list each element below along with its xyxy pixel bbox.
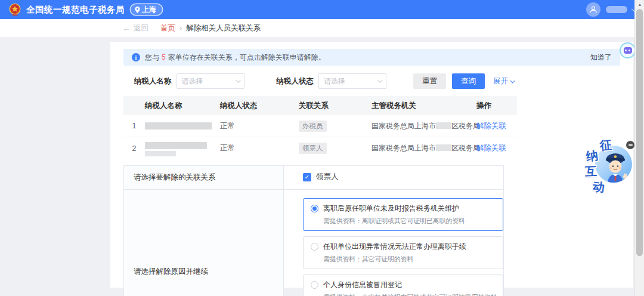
widget-char: 互 xyxy=(585,164,597,180)
banner-text-suffix: 家单位存在关联关系，可点击解除关联申请解除。 xyxy=(168,53,326,63)
taxpayer-status-select[interactable]: 请选择 xyxy=(318,73,386,89)
relation-checkbox-label: 领票人 xyxy=(316,172,339,182)
user-avatar[interactable] xyxy=(586,2,600,17)
banner-text-prefix: 您与 xyxy=(145,53,159,63)
taxpayer-status: 正常 xyxy=(220,121,299,131)
username-redacted[interactable] xyxy=(606,6,627,13)
taxpayer-name-label: 纳税人名称 xyxy=(134,76,172,87)
back-button[interactable]: 返回 xyxy=(122,23,148,33)
table-row: 2 正常 领票人 国家税务总局上海市区税务局 解除关联 xyxy=(123,137,517,159)
back-label: 返回 xyxy=(134,23,148,33)
relation-count: 5 xyxy=(162,53,166,61)
reason-select-label: 请选择解除原因并继续 xyxy=(124,190,284,296)
reason-options: 离职后原任职单位未及时报告税务机关维护 需提供资料：离职证明或其它可证明已离职的… xyxy=(303,196,503,296)
taxpayer-name-redacted xyxy=(145,142,207,149)
ai-assistant-button[interactable] xyxy=(620,42,636,58)
chevron-down-icon xyxy=(236,78,240,82)
filter-buttons: 重置 查询 展开 xyxy=(413,73,514,89)
filter-row: 纳税人名称 请选择 纳税人状态 请选择 重置 查询 展开 xyxy=(134,73,514,89)
row-index: 1 xyxy=(123,122,145,130)
taxpayer-name-redacted xyxy=(145,122,212,130)
reason-select-row: 请选择解除原因并继续 离职后原任职单位未及时报告税务机关维护 需提供资料：离职证… xyxy=(124,189,503,296)
unbind-detail-panel: 请选择要解除的关联关系 领票人 请选择解除原因并继续 离职后原任职单位未及时报告… xyxy=(123,165,504,296)
location-label: 上海 xyxy=(142,5,156,15)
col-taxpayer-status: 纳税人状态 xyxy=(220,101,299,111)
page-title: 解除相关人员关联关系 xyxy=(186,23,261,33)
relations-table: 纳税人名称 纳税人状态 关联关系 主管税务机关 操作 1 正常 办税员 国家税务… xyxy=(123,96,517,159)
reason-desc: 需提供资料：离职证明或其它可证明已离职的资料 xyxy=(323,217,465,226)
breadcrumb-home[interactable]: 首页 xyxy=(160,23,175,33)
tax-authority: 国家税务总局上海市区税务局 xyxy=(371,143,476,153)
reason-title: 任职单位出现异常情况无法正常办理离职手续 xyxy=(323,242,466,252)
taxpayer-status: 正常 xyxy=(220,143,299,153)
relation-select-row: 请选择要解除的关联关系 领票人 xyxy=(124,166,503,189)
robot-face-icon xyxy=(624,47,632,54)
widget-char: 动 xyxy=(592,178,605,196)
relation-badge: 办税员 xyxy=(299,121,327,132)
taxpayer-name-placeholder: 请选择 xyxy=(182,76,203,87)
col-authority: 主管税务机关 xyxy=(371,101,476,111)
col-action: 操作 xyxy=(476,101,517,111)
expand-label: 展开 xyxy=(493,76,508,87)
district-redacted xyxy=(436,144,451,151)
info-icon xyxy=(132,53,140,61)
tax-bureau-emblem xyxy=(8,3,21,16)
app-title: 全国统一规范电子税务局 xyxy=(26,4,125,16)
col-relation: 关联关系 xyxy=(299,101,371,111)
col-taxpayer-name: 纳税人名称 xyxy=(145,101,220,111)
breadcrumb: 返回 首页 解除相关人员关联关系 xyxy=(0,19,644,37)
unbind-link[interactable]: 解除关联 xyxy=(476,122,506,130)
widget-char: 纳 xyxy=(585,147,599,165)
reason-option-identity-misuse[interactable]: 个人身份信息被冒用登记 需提供资料：公安机关接报案回执或其它可证明被冒用的资料 xyxy=(303,275,503,296)
reason-desc: 需提供资料：公安机关接报案回执或其它可证明被冒用的资料 xyxy=(323,293,497,296)
person-icon xyxy=(589,5,597,14)
scrollbar-up-arrow-icon[interactable] xyxy=(635,1,644,8)
taxpayer-name-select[interactable]: 请选择 xyxy=(177,73,244,89)
reason-option-abnormal-employer[interactable]: 任职单位出现异常情况无法正常办理离职手续 需提供资料：其它可证明的资料 xyxy=(303,236,503,269)
expand-toggle[interactable]: 展开 xyxy=(493,76,514,87)
reason-desc: 需提供资料：其它可证明的资料 xyxy=(323,255,466,264)
breadcrumb-separator-icon xyxy=(179,24,182,32)
tax-authority: 国家税务总局上海市区税务局 xyxy=(371,121,476,131)
row-index: 2 xyxy=(123,144,145,153)
location-selector[interactable]: 上海 xyxy=(131,4,162,15)
location-pin-icon xyxy=(135,7,140,13)
reason-title: 离职后原任职单位未及时报告税务机关维护 xyxy=(323,204,465,214)
widget-char: 征 xyxy=(599,137,613,154)
table-row: 1 正常 办税员 国家税务总局上海市区税务局 解除关联 xyxy=(123,115,517,137)
banner-dismiss-button[interactable]: 知道了 xyxy=(590,53,612,63)
relation-badge: 领票人 xyxy=(299,143,327,154)
relation-select-label: 请选择要解除的关联关系 xyxy=(124,166,284,189)
taxpayer-status-placeholder: 请选择 xyxy=(324,76,345,87)
scrollbar-thumb[interactable] xyxy=(636,9,643,256)
cartoon-tax-officer-icon xyxy=(600,150,630,183)
page-scrollbar[interactable] xyxy=(634,0,644,296)
taxpayer-name-redacted xyxy=(145,151,176,156)
chevron-down-icon xyxy=(377,78,382,82)
radio-selected-icon xyxy=(311,205,318,212)
radio-icon xyxy=(311,281,318,289)
relation-info-banner: 您与 5 家单位存在关联关系，可点击解除关联申请解除。 知道了 xyxy=(123,49,620,66)
search-button[interactable]: 查询 xyxy=(452,73,485,89)
widget-minimize-button[interactable] xyxy=(626,141,634,149)
main-content-card: 您与 5 家单位存在关联关系，可点击解除关联申请解除。 知道了 纳税人名称 请选… xyxy=(110,42,633,288)
radio-icon xyxy=(311,243,318,251)
top-bar: 全国统一规范电子税务局 上海 xyxy=(0,0,644,19)
reason-option-resigned[interactable]: 离职后原任职单位未及时报告税务机关维护 需提供资料：离职证明或其它可证明已离职的… xyxy=(303,198,503,231)
table-header: 纳税人名称 纳税人状态 关联关系 主管税务机关 操作 xyxy=(123,96,517,115)
reason-title: 个人身份信息被冒用登记 xyxy=(323,280,497,290)
district-redacted xyxy=(436,122,451,129)
reset-button[interactable]: 重置 xyxy=(413,73,446,89)
unbind-link[interactable]: 解除关联 xyxy=(476,144,506,152)
chevron-down-icon xyxy=(510,78,515,83)
relation-checkbox-checked[interactable] xyxy=(303,173,311,181)
back-arrow-icon xyxy=(122,23,131,33)
tax-interaction-widget[interactable]: 征 纳 互 动 xyxy=(584,138,636,201)
taxpayer-status-label: 纳税人状态 xyxy=(277,76,314,87)
